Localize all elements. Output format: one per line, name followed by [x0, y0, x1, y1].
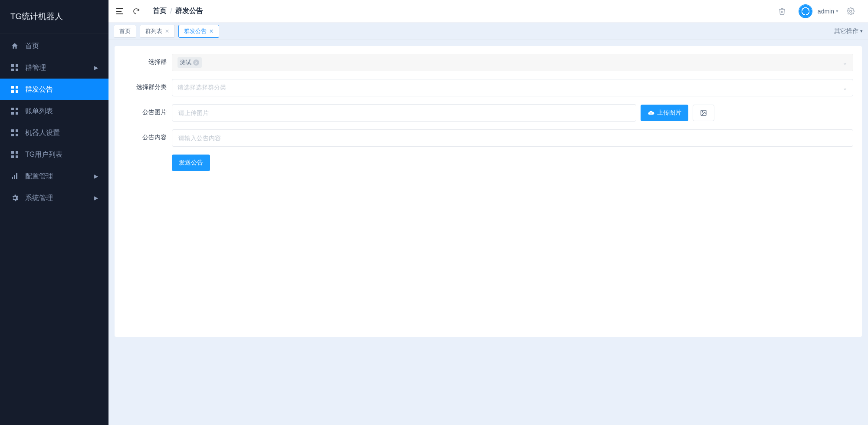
- close-icon[interactable]: ×: [193, 59, 199, 66]
- tab-group-list[interactable]: 群列表 ✕: [140, 25, 175, 38]
- sidebar: TG统计机器人 首页 群管理 ▶ 群发公告: [0, 0, 108, 425]
- tabs-actions-menu[interactable]: 其它操作 ▾: [834, 27, 863, 35]
- tag-chip[interactable]: 测试 ×: [178, 57, 202, 68]
- svg-point-28: [702, 112, 703, 112]
- chevron-right-icon: ▶: [94, 173, 98, 179]
- breadcrumb-separator: /: [170, 7, 172, 15]
- header-right: admin ▾: [777, 4, 862, 18]
- sidebar-menu: 首页 群管理 ▶ 群发公告 账单列表: [0, 33, 108, 209]
- avatar[interactable]: [799, 4, 812, 18]
- tab-home[interactable]: 首页: [114, 25, 136, 38]
- grid-icon: [10, 85, 19, 94]
- content-input[interactable]: [172, 129, 853, 147]
- sidebar-item-config[interactable]: 配置管理 ▶: [0, 165, 108, 187]
- breadcrumb-item[interactable]: 首页: [153, 7, 167, 16]
- breadcrumb-item: 群发公告: [175, 7, 203, 16]
- tab-label: 群列表: [145, 27, 162, 35]
- select-category-input[interactable]: 请选择选择群分类 ⌄: [172, 79, 853, 96]
- svg-rect-16: [11, 151, 14, 154]
- send-button[interactable]: 发送公告: [172, 155, 210, 171]
- close-icon[interactable]: ✕: [165, 28, 169, 34]
- refresh-icon[interactable]: [131, 6, 141, 16]
- form-row-image: 公告图片 上传图片: [123, 104, 853, 122]
- svg-rect-5: [16, 86, 18, 89]
- svg-rect-9: [16, 108, 18, 110]
- sidebar-item-label: 配置管理: [25, 172, 94, 181]
- settings-gear-icon[interactable]: [845, 6, 856, 16]
- sidebar-item-label: 首页: [25, 42, 98, 51]
- gear-icon: [10, 194, 19, 202]
- sidebar-item-label: 账单列表: [25, 107, 98, 116]
- button-label: 上传图片: [657, 109, 681, 117]
- svg-rect-6: [11, 90, 14, 93]
- upload-image-button[interactable]: 上传图片: [641, 105, 688, 121]
- select-placeholder: 请选择选择群分类: [178, 84, 226, 92]
- svg-rect-3: [16, 69, 18, 71]
- svg-rect-12: [11, 129, 14, 132]
- svg-rect-18: [11, 155, 14, 158]
- tabs-bar: 首页 群列表 ✕ 群发公告 ✕ 其它操作 ▾: [108, 23, 868, 40]
- sidebar-item-bills[interactable]: 账单列表: [0, 100, 108, 122]
- menu-toggle-icon[interactable]: [115, 6, 125, 16]
- svg-rect-21: [14, 175, 15, 179]
- form-row-select-group: 选择群 测试 × ⌄: [123, 54, 853, 71]
- svg-rect-11: [16, 112, 18, 115]
- chevron-down-icon: ⌄: [842, 59, 848, 66]
- sidebar-item-group-manage[interactable]: 群管理 ▶: [0, 57, 108, 79]
- form-label: 公告内容: [123, 129, 167, 145]
- grid-icon: [10, 150, 19, 159]
- tab-label: 群发公告: [184, 27, 207, 35]
- svg-rect-2: [11, 69, 14, 71]
- close-icon[interactable]: ✕: [209, 28, 214, 34]
- grid-icon: [10, 63, 19, 72]
- breadcrumb: 首页 / 群发公告: [153, 7, 203, 16]
- chevron-down-icon: ▾: [836, 8, 838, 14]
- svg-point-26: [850, 10, 852, 12]
- tab-label: 首页: [119, 27, 131, 35]
- chevron-right-icon: ▶: [94, 195, 98, 201]
- chevron-right-icon: ▶: [94, 65, 98, 71]
- tag-chip-label: 测试: [180, 59, 191, 66]
- cloud-upload-icon: [648, 109, 654, 116]
- user-menu[interactable]: admin ▾: [818, 8, 838, 15]
- tab-broadcast[interactable]: 群发公告 ✕: [178, 25, 219, 38]
- top-header: 首页 / 群发公告 admin ▾: [108, 0, 868, 23]
- svg-rect-20: [12, 177, 13, 179]
- form-label: 选择群分类: [123, 79, 167, 95]
- form-row-select-category: 选择群分类 请选择选择群分类 ⌄: [123, 79, 853, 96]
- image-path-input[interactable]: [172, 104, 636, 122]
- svg-rect-13: [16, 129, 18, 132]
- sidebar-item-home[interactable]: 首页: [0, 35, 108, 57]
- chevron-down-icon: ▾: [860, 28, 863, 34]
- sidebar-item-system[interactable]: 系统管理 ▶: [0, 187, 108, 209]
- chart-bars-icon: [10, 172, 19, 181]
- sidebar-item-label: TG用户列表: [25, 150, 98, 159]
- sidebar-item-label: 群发公告: [25, 85, 98, 94]
- svg-rect-4: [11, 86, 14, 89]
- svg-rect-22: [16, 173, 17, 179]
- home-icon: [10, 42, 19, 50]
- grid-icon: [10, 128, 19, 137]
- svg-rect-7: [16, 90, 18, 93]
- sidebar-item-label: 群管理: [25, 63, 94, 72]
- username-label: admin: [818, 8, 834, 15]
- svg-rect-15: [16, 134, 18, 136]
- sidebar-item-label: 系统管理: [25, 194, 94, 203]
- form-card: 选择群 测试 × ⌄ 选择群分类: [115, 46, 862, 337]
- image-icon: [700, 109, 707, 116]
- svg-rect-17: [16, 151, 18, 154]
- sidebar-item-tg-users[interactable]: TG用户列表: [0, 144, 108, 165]
- sidebar-item-bot-settings[interactable]: 机器人设置: [0, 122, 108, 144]
- svg-rect-14: [11, 134, 14, 136]
- app-title: TG统计机器人: [10, 11, 63, 22]
- svg-rect-0: [11, 64, 14, 67]
- select-group-input[interactable]: 测试 × ⌄: [172, 54, 853, 71]
- trash-icon[interactable]: [777, 6, 787, 16]
- main-area: 首页 / 群发公告 admin ▾ 首页: [108, 0, 868, 425]
- preview-image-button[interactable]: [693, 105, 714, 121]
- svg-rect-8: [11, 108, 14, 110]
- sidebar-item-broadcast[interactable]: 群发公告: [0, 79, 108, 100]
- app-logo: TG统计机器人: [0, 0, 108, 33]
- form-label: 公告图片: [123, 104, 167, 120]
- form-row-content: 公告内容: [123, 129, 853, 147]
